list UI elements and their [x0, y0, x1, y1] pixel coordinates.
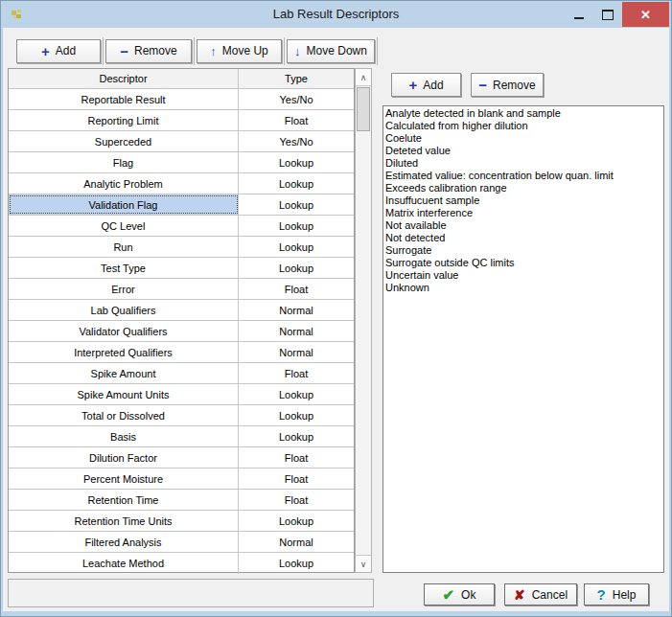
list-item[interactable]: Surrogate outside QC limits — [385, 257, 663, 269]
descriptor-cell[interactable]: Basis — [9, 426, 239, 446]
type-cell[interactable]: Lookup — [239, 152, 354, 172]
type-cell[interactable]: Float — [239, 110, 354, 130]
table-row[interactable]: Validator Qualifiers Normal — [9, 321, 354, 342]
cancel-button[interactable]: ✘ Cancel — [504, 583, 577, 606]
list-item[interactable]: Diluted — [385, 157, 663, 170]
list-item[interactable]: Uncertain value — [385, 269, 663, 282]
descriptor-cell[interactable]: Lab Qualifiers — [9, 300, 239, 320]
descriptor-cell[interactable]: Spike Amount — [9, 363, 239, 383]
table-row[interactable]: Retention Time Float — [9, 490, 354, 511]
remove-row-button[interactable]: − Remove — [105, 39, 192, 63]
descriptor-cell[interactable]: Superceded — [9, 131, 239, 151]
descriptor-cell[interactable]: Filtered Analysis — [9, 532, 239, 552]
help-button[interactable]: ? Help — [584, 583, 649, 606]
table-row[interactable]: Spike Amount Float — [9, 363, 354, 384]
type-cell[interactable]: Yes/No — [239, 131, 354, 151]
type-cell[interactable]: Float — [239, 490, 354, 510]
table-row[interactable]: Percent Moisture Float — [9, 468, 354, 490]
type-cell[interactable]: Lookup — [239, 405, 354, 425]
type-cell[interactable]: Lookup — [239, 194, 354, 215]
list-item[interactable]: Exceeds calibration range — [385, 182, 663, 194]
type-cell[interactable]: Float — [239, 447, 354, 468]
close-button[interactable]: ✕ — [622, 2, 669, 27]
descriptor-cell[interactable]: Test Type — [9, 258, 239, 278]
list-item[interactable]: Unknown — [385, 282, 663, 294]
table-row[interactable]: QC Level Lookup — [9, 216, 354, 237]
table-row[interactable]: Retention Time Units Lookup — [9, 511, 354, 532]
scrollbar-thumb[interactable] — [357, 87, 370, 131]
type-cell[interactable]: Lookup — [239, 426, 354, 446]
descriptor-cell[interactable]: Total or Dissolved — [9, 405, 239, 425]
table-row[interactable]: Interpreted Qualifiers Normal — [9, 342, 354, 363]
table-row[interactable]: Filtered Analysis Normal — [9, 532, 354, 553]
type-cell[interactable]: Yes/No — [239, 89, 354, 109]
type-cell[interactable]: Lookup — [239, 553, 354, 574]
list-item[interactable]: Not detected — [385, 232, 663, 244]
column-header-type[interactable]: Type — [239, 69, 354, 88]
add-row-button[interactable]: + Add — [16, 39, 101, 63]
type-cell[interactable]: Lookup — [239, 216, 354, 236]
list-item[interactable]: Analyte detected in blank and sample — [385, 107, 663, 120]
table-row[interactable]: Leachate Method Lookup — [9, 553, 354, 574]
descriptor-cell[interactable]: Retention Time Units — [9, 511, 239, 531]
minimize-button[interactable] — [565, 2, 593, 27]
move-down-button[interactable]: ↓ Move Down — [287, 39, 375, 63]
list-item[interactable]: Deteted value — [385, 145, 663, 157]
grid-scrollbar[interactable]: ∧ ∨ — [355, 68, 372, 573]
table-row[interactable]: Reporting Limit Float — [9, 110, 354, 131]
descriptor-cell[interactable]: QC Level — [9, 216, 239, 236]
remove-list-value-button[interactable]: − Remove — [471, 73, 544, 97]
table-row[interactable]: Basis Lookup — [9, 426, 354, 447]
move-up-button[interactable]: ↑ Move Up — [197, 39, 282, 63]
type-cell[interactable]: Lookup — [239, 258, 354, 278]
table-row[interactable]: Superceded Yes/No — [9, 131, 354, 152]
type-cell[interactable]: Float — [239, 468, 354, 489]
list-item[interactable]: Estimated valiue: concentration below qu… — [385, 170, 663, 182]
type-cell[interactable]: Normal — [239, 532, 354, 552]
list-item[interactable]: Insuffucuent sample — [385, 194, 663, 207]
list-item[interactable]: Not available — [385, 219, 663, 232]
descriptor-cell[interactable]: Validator Qualifiers — [9, 321, 239, 341]
descriptor-cell[interactable]: Retention Time — [9, 490, 239, 510]
table-row[interactable]: Reportable Result Yes/No — [9, 89, 354, 110]
table-row[interactable]: Total or Dissolved Lookup — [9, 405, 354, 426]
descriptor-cell[interactable]: Flag — [9, 152, 239, 172]
maximize-button[interactable] — [593, 2, 622, 27]
table-row[interactable]: Dilution Factor Float — [9, 447, 354, 468]
type-cell[interactable]: Normal — [239, 321, 354, 341]
descriptor-cell[interactable]: Percent Moisture — [9, 468, 239, 489]
table-row[interactable]: Validation Flag Lookup — [9, 194, 354, 216]
column-header-descriptor[interactable]: Descriptor — [9, 69, 239, 88]
descriptor-cell[interactable]: Dilution Factor — [9, 447, 239, 468]
add-list-value-button[interactable]: + Add — [391, 73, 461, 97]
lookup-values-listbox[interactable]: Analyte detected in blank and sampleCalc… — [382, 105, 664, 573]
descriptor-cell[interactable]: Spike Amount Units — [9, 384, 239, 404]
type-cell[interactable]: Lookup — [239, 237, 354, 257]
table-row[interactable]: Test Type Lookup — [9, 258, 354, 279]
type-cell[interactable]: Float — [239, 279, 354, 299]
table-row[interactable]: Flag Lookup — [9, 152, 354, 173]
list-item[interactable]: Coelute — [385, 132, 663, 145]
scroll-up-button[interactable]: ∧ — [356, 69, 371, 86]
type-cell[interactable]: Normal — [239, 342, 354, 362]
type-cell[interactable]: Lookup — [239, 173, 354, 194]
type-cell[interactable]: Lookup — [239, 384, 354, 404]
list-item[interactable]: Calculated from higher dilution — [385, 120, 663, 132]
descriptor-cell[interactable]: Leachate Method — [9, 553, 239, 574]
type-cell[interactable]: Normal — [239, 300, 354, 320]
descriptor-cell[interactable]: Analytic Problem — [9, 173, 239, 194]
type-cell[interactable]: Lookup — [239, 511, 354, 531]
table-row[interactable]: Run Lookup — [9, 237, 354, 258]
list-item[interactable]: Matrix interference — [385, 207, 663, 219]
descriptor-cell[interactable]: Run — [9, 237, 239, 257]
table-row[interactable]: Error Float — [9, 279, 354, 300]
descriptor-cell[interactable]: Interpreted Qualifiers — [9, 342, 239, 362]
scroll-down-button[interactable]: ∨ — [356, 555, 371, 572]
descriptor-cell[interactable]: Reportable Result — [9, 89, 239, 109]
list-item[interactable]: Surrogate — [385, 244, 663, 257]
ok-button[interactable]: ✔ Ok — [424, 583, 495, 606]
table-row[interactable]: Lab Qualifiers Normal — [9, 300, 354, 321]
table-row[interactable]: Analytic Problem Lookup — [9, 173, 354, 194]
descriptor-cell[interactable]: Validation Flag — [9, 194, 239, 215]
descriptor-cell[interactable]: Error — [9, 279, 239, 299]
